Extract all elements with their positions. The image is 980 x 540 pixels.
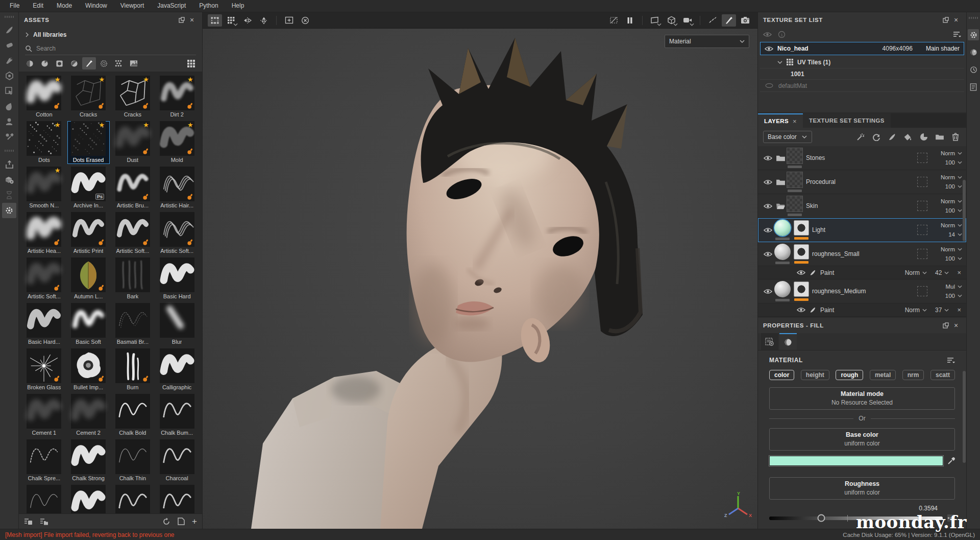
uv-tiles-row[interactable]: UV Tiles (1) xyxy=(760,56,964,68)
dock-handle[interactable] xyxy=(969,17,978,19)
layer-row[interactable]: Procedural Norm 100 xyxy=(758,170,966,194)
search-input[interactable]: Search xyxy=(25,42,196,55)
refresh-assets-icon[interactable] xyxy=(162,518,170,526)
asset-tile[interactable]: Calligraphic xyxy=(156,348,198,391)
mask-thumbnail[interactable] xyxy=(794,220,809,236)
menu-help[interactable]: Help xyxy=(225,0,251,12)
paint-tool-icon[interactable] xyxy=(2,22,16,37)
blend-mode-dropdown[interactable]: Norm xyxy=(941,174,962,180)
menu-mode[interactable]: Mode xyxy=(50,0,79,12)
asset-tile[interactable]: Charcoal Fi... xyxy=(23,485,65,513)
asset-tile[interactable]: Basic Hard xyxy=(156,257,198,300)
mask-placeholder[interactable] xyxy=(917,249,927,259)
eye-icon[interactable] xyxy=(761,155,774,161)
eye-icon[interactable] xyxy=(797,270,805,275)
asset-tile[interactable]: ★Cracks xyxy=(67,76,110,119)
marquee-select-icon[interactable] xyxy=(208,14,222,27)
single-set-icon[interactable]: 1 xyxy=(778,31,786,38)
blend-mode-dropdown[interactable]: Norm xyxy=(941,198,962,204)
eye-icon[interactable] xyxy=(761,289,774,294)
add-asset-icon[interactable]: + xyxy=(192,516,197,527)
add-frame-icon[interactable] xyxy=(282,14,296,27)
menu-edit[interactable]: Edit xyxy=(26,0,50,12)
blend-mode-dropdown[interactable]: Norm xyxy=(941,246,962,252)
toolbar-handle[interactable] xyxy=(5,16,14,18)
menu-python[interactable]: Python xyxy=(192,0,225,12)
asset-tile[interactable]: Artistic Hair... xyxy=(156,167,198,209)
favorite-star-icon[interactable]: ★ xyxy=(143,76,149,83)
blend-mode-dropdown[interactable]: Norm xyxy=(905,307,927,314)
mask-thumbnail[interactable] xyxy=(794,281,809,297)
smart-masks-filter-icon[interactable] xyxy=(53,57,66,69)
add-fill-layer-icon[interactable] xyxy=(902,133,914,141)
materials-filter-icon[interactable] xyxy=(23,57,37,69)
mirror-x-icon[interactable] xyxy=(240,14,255,27)
magic-wand-icon[interactable] xyxy=(855,133,866,141)
channel-chip-metal[interactable]: metal xyxy=(870,370,896,380)
favorite-star-icon[interactable]: ★ xyxy=(55,167,61,174)
opacity-dropdown[interactable]: 100 xyxy=(945,159,962,166)
add-group-icon[interactable] xyxy=(934,133,945,140)
stencils-filter-icon[interactable] xyxy=(112,57,126,69)
float-panel-icon[interactable] xyxy=(941,15,951,25)
eye-icon[interactable] xyxy=(761,179,774,185)
asset-tile[interactable]: Basmati Br... xyxy=(112,303,154,346)
display-settings-icon[interactable] xyxy=(2,203,16,218)
alphas-filter-icon[interactable] xyxy=(97,57,111,69)
symmetry-y-icon[interactable] xyxy=(257,14,271,27)
base-color-box[interactable]: Base color uniform color xyxy=(769,428,955,451)
menu-javascript[interactable]: JavaScript xyxy=(151,0,192,12)
texture-set-row[interactable]: Nico_head 4096x4096 Main shader xyxy=(760,42,964,55)
asset-tile[interactable]: Chalk Spre... xyxy=(23,439,65,482)
material-mode-box[interactable]: Material mode No Resource Selected xyxy=(769,387,955,410)
asset-tile[interactable]: Artistic Print xyxy=(67,212,110,255)
fill-layer-thumbnail[interactable] xyxy=(774,244,791,260)
discard-stroke-icon[interactable] xyxy=(298,14,312,27)
asset-tile[interactable]: Basic Hard... xyxy=(23,303,65,346)
clone-tool-icon[interactable] xyxy=(2,114,16,129)
shading-mode-dropdown[interactable]: Material xyxy=(665,35,749,48)
close-panel-icon[interactable]: × xyxy=(951,15,961,25)
geometry-mode-icon[interactable] xyxy=(664,14,678,27)
smart-materials-filter-icon[interactable] xyxy=(38,57,52,69)
asset-tile[interactable]: Burn xyxy=(112,348,154,391)
mask-thumbnail[interactable] xyxy=(794,244,809,260)
grid-view-icon[interactable] xyxy=(184,57,198,69)
favorite-star-icon[interactable]: ★ xyxy=(99,76,105,83)
import-resources-icon[interactable] xyxy=(40,518,48,525)
asset-tile[interactable]: Charcoal Li... xyxy=(112,485,154,513)
close-panel-icon[interactable]: × xyxy=(951,320,961,331)
eye-icon[interactable] xyxy=(765,46,773,52)
asset-tile[interactable]: PsArchive In... xyxy=(67,167,110,209)
add-effect-icon[interactable] xyxy=(871,133,882,141)
float-panel-icon[interactable] xyxy=(941,320,951,331)
smudge-tool-icon[interactable] xyxy=(2,99,16,114)
projection-tool-icon[interactable] xyxy=(2,53,16,68)
layer-row[interactable]: roughness_Medium Mul 100 xyxy=(758,279,966,303)
add-smart-mask-icon[interactable] xyxy=(918,133,929,141)
favorite-star-icon[interactable]: ★ xyxy=(187,76,193,83)
opacity-dropdown[interactable]: 100 xyxy=(945,255,962,262)
mask-placeholder[interactable] xyxy=(917,286,927,296)
asset-tile[interactable]: Cement 2 xyxy=(67,394,110,437)
asset-tile[interactable]: Charcoal ... xyxy=(156,485,198,513)
tab-layers[interactable]: LAYERS × xyxy=(758,113,803,128)
roughness-slider-handle[interactable] xyxy=(818,514,825,522)
opacity-dropdown[interactable]: 37 xyxy=(935,307,949,314)
asset-tile[interactable]: ★Dots Erased xyxy=(67,121,110,164)
asset-tile[interactable]: ★Dots xyxy=(23,121,65,164)
screenshot-icon[interactable] xyxy=(738,14,752,27)
opacity-dropdown[interactable]: 42 xyxy=(935,269,949,276)
layers-scrollbar[interactable] xyxy=(963,180,966,241)
favorite-star-icon[interactable]: ★ xyxy=(55,122,61,128)
asset-tile[interactable]: ★Cracks xyxy=(112,76,154,119)
asset-tile[interactable]: Chalk Bum... xyxy=(156,394,198,437)
fill-layer-thumbnail[interactable] xyxy=(774,220,791,236)
channel-chip-scatt[interactable]: scatt xyxy=(930,370,955,380)
pause-engine-icon[interactable] xyxy=(623,14,637,27)
layer-effect-row[interactable]: Paint Norm 42 × xyxy=(758,266,966,279)
favorite-star-icon[interactable]: ★ xyxy=(55,76,61,83)
delete-layer-icon[interactable] xyxy=(950,133,961,141)
viewport-3d[interactable]: Material Y X Z xyxy=(203,29,757,529)
menu-file[interactable]: File xyxy=(3,0,26,12)
